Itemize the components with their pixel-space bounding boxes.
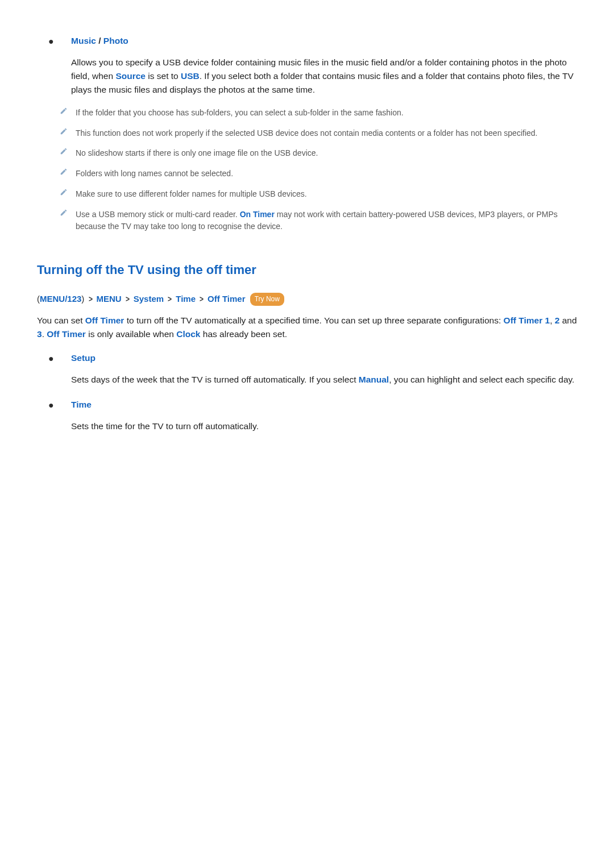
time-item: ● Time Sets the time for the TV to turn … (37, 398, 577, 439)
bullet-dot-icon: ● (37, 351, 71, 392)
setup-label: Setup (71, 351, 577, 365)
note-text: Make sure to use different folder names … (76, 188, 307, 201)
note-item: Make sure to use different folder names … (37, 188, 577, 201)
pen-icon (60, 147, 76, 155)
pen-icon (60, 107, 76, 115)
bc-off-timer: Off Timer (208, 294, 245, 304)
usb-label: USB (181, 71, 200, 81)
pen-icon (60, 127, 76, 135)
note-item: No slideshow starts if there is only one… (37, 147, 577, 160)
time-label: Time (71, 398, 577, 412)
photo-label: Photo (103, 36, 128, 45)
note-item: Folders with long names cannot be select… (37, 168, 577, 180)
music-label: Music (71, 36, 96, 45)
off-timer-heading: Turning off the TV using the off timer (37, 260, 577, 280)
title-slash: / (96, 36, 103, 45)
setup-description: Sets days of the week that the TV is tur… (71, 373, 577, 387)
chevron-right-icon: > (88, 292, 92, 305)
pen-icon (60, 209, 76, 217)
setup-item: ● Setup Sets days of the week that the T… (37, 351, 577, 392)
off-timer-1-label: Off Timer 1 (504, 315, 550, 325)
chevron-right-icon: > (200, 292, 204, 305)
bc-system: System (134, 294, 164, 304)
note-text: Folders with long names cannot be select… (76, 168, 233, 180)
bc-time: Time (176, 294, 196, 304)
off-timer-3-label: 3 (37, 329, 42, 339)
note-text: No slideshow starts if there is only one… (76, 147, 318, 160)
off-timer-label: Off Timer (85, 315, 125, 325)
bullet-dot-icon: ● (37, 34, 71, 102)
time-description: Sets the time for the TV to turn off aut… (71, 420, 577, 433)
note-text: Use a USB memory stick or multi-card rea… (76, 209, 577, 233)
pen-icon (60, 168, 76, 176)
off-timer-intro: You can set Off Timer to turn off the TV… (37, 314, 577, 341)
manual-label: Manual (359, 375, 389, 384)
note-text: This function does not work properly if … (76, 127, 537, 140)
note-text: If the folder that you choose has sub-fo… (76, 107, 404, 119)
pen-icon (60, 188, 76, 196)
source-label: Source (115, 71, 146, 81)
note-item: Use a USB memory stick or multi-card rea… (37, 209, 577, 233)
bc-menu123: MENU/123 (40, 294, 81, 304)
music-photo-description: Allows you to specify a USB device folde… (71, 56, 577, 97)
on-timer-label: On Timer (240, 210, 275, 219)
clock-label: Clock (176, 329, 200, 339)
music-photo-item: ● Music / Photo Allows you to specify a … (37, 34, 577, 102)
chevron-right-icon: > (168, 292, 172, 305)
note-item: If the folder that you choose has sub-fo… (37, 107, 577, 119)
off-timer-label2: Off Timer (47, 329, 86, 339)
bullet-dot-icon: ● (37, 398, 71, 439)
music-photo-title: Music / Photo (71, 34, 577, 48)
note-item: This function does not work properly if … (37, 127, 577, 140)
chevron-right-icon: > (126, 292, 130, 305)
bc-menu: MENU (96, 294, 121, 304)
try-now-badge[interactable]: Try Now (250, 293, 284, 306)
off-timer-breadcrumb: (MENU/123) > MENU > System > Time > Off … (37, 292, 577, 306)
